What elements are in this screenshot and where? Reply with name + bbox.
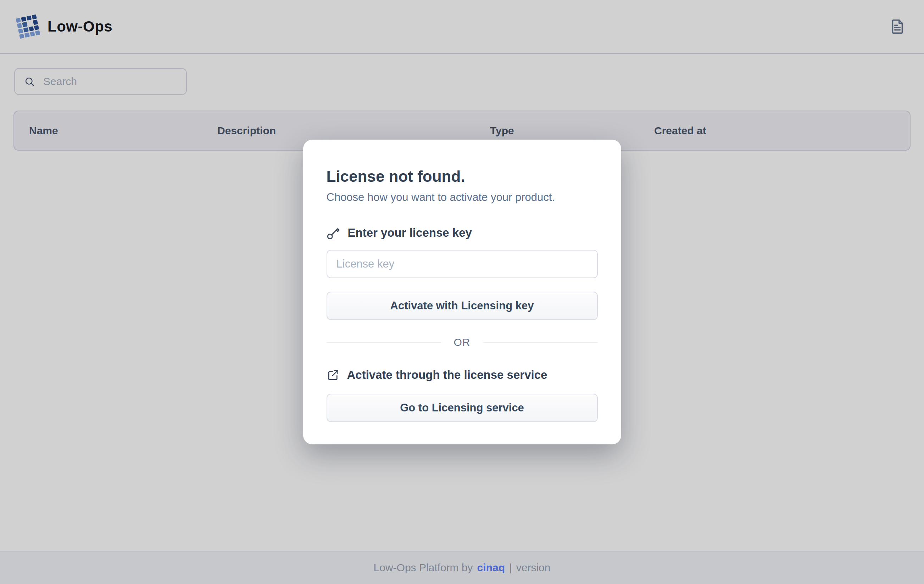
license-key-heading-text: Enter your license key bbox=[348, 226, 472, 240]
modal-overlay: License not found. Choose how you want t… bbox=[0, 0, 924, 584]
license-key-input[interactable] bbox=[327, 250, 598, 278]
modal-subtitle: Choose how you want to activate your pro… bbox=[327, 191, 598, 204]
go-to-licensing-service-button[interactable]: Go to Licensing service bbox=[327, 394, 598, 422]
external-link-icon bbox=[327, 368, 340, 382]
activate-with-key-button[interactable]: Activate with Licensing key bbox=[327, 292, 598, 320]
key-icon bbox=[327, 226, 341, 240]
license-modal: License not found. Choose how you want t… bbox=[303, 140, 621, 444]
page: Low-Ops Name Descriptio bbox=[0, 0, 924, 584]
modal-title: License not found. bbox=[327, 167, 598, 186]
divider-line bbox=[483, 342, 598, 343]
license-service-heading-text: Activate through the license service bbox=[347, 368, 548, 382]
divider-label: OR bbox=[454, 336, 470, 348]
license-key-section-heading: Enter your license key bbox=[327, 226, 598, 240]
license-service-section-heading: Activate through the license service bbox=[327, 368, 598, 382]
or-divider: OR bbox=[327, 336, 598, 348]
divider-line bbox=[327, 342, 441, 343]
